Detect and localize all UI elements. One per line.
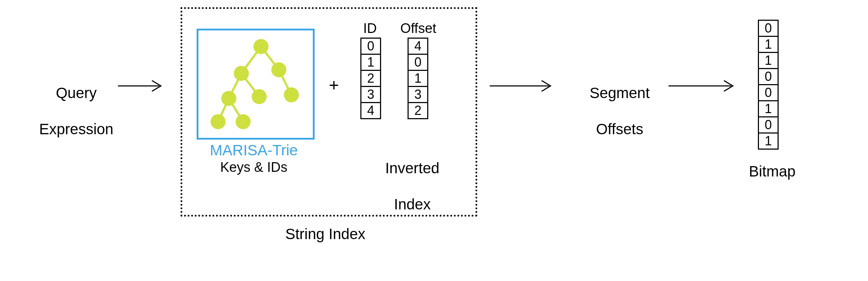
bitmap-cell: 0 [758, 20, 779, 37]
svg-point-8 [255, 40, 267, 53]
svg-point-12 [253, 90, 266, 103]
id-cell: 3 [360, 86, 381, 103]
bitmap-cell: 1 [758, 132, 779, 150]
svg-point-9 [235, 67, 248, 80]
id-column: 0 1 2 3 4 [360, 38, 381, 119]
diagram-canvas: Query Expression [0, 0, 868, 281]
offset-header: Offset [397, 21, 440, 36]
id-cell: 0 [360, 38, 381, 55]
segment-line2: Offsets [596, 121, 643, 137]
offset-column: 4 0 1 3 2 [408, 38, 428, 119]
segment-offsets-label: Segment Offsets [568, 66, 654, 156]
bitmap-caption: Bitmap [744, 163, 801, 180]
string-index-caption: String Index [272, 226, 379, 243]
svg-point-15 [237, 115, 250, 128]
id-cell: 4 [360, 102, 381, 119]
arrow-icon [669, 77, 736, 95]
bitmap-cell: 1 [758, 100, 779, 117]
inverted-line1: Inverted [385, 160, 439, 176]
plus-icon: + [329, 75, 339, 95]
segment-line1: Segment [590, 84, 650, 101]
bitmap-cell: 1 [758, 36, 779, 53]
arrow-icon [118, 77, 164, 95]
keys-ids-label: Keys & IDs [197, 159, 311, 176]
tree-icon [198, 30, 309, 134]
query-expression-label: Query Expression [21, 66, 114, 156]
id-cell: 1 [360, 54, 381, 71]
offset-cell: 4 [408, 38, 428, 55]
svg-point-11 [222, 92, 235, 105]
id-header: ID [357, 21, 383, 36]
bitmap-cell: 0 [758, 84, 779, 101]
marisa-trie-label: MARISA-Trie [197, 141, 311, 159]
bitmap-cell: 0 [758, 68, 779, 85]
bitmap-column: 0 1 1 0 0 1 0 1 [758, 20, 779, 150]
query-line1: Query [56, 84, 97, 101]
offset-cell: 2 [408, 102, 428, 119]
bitmap-cell: 1 [758, 52, 779, 69]
svg-point-10 [272, 63, 285, 76]
offset-cell: 3 [408, 86, 428, 103]
svg-point-14 [212, 115, 225, 128]
query-line2: Expression [39, 121, 113, 137]
inverted-line2: Index [394, 196, 431, 213]
arrow-icon [490, 77, 554, 95]
offset-cell: 1 [408, 70, 428, 87]
bitmap-cell: 0 [758, 116, 779, 134]
inverted-index-label: Inverted Index [357, 141, 450, 232]
offset-cell: 0 [408, 54, 428, 71]
svg-point-13 [285, 88, 298, 101]
marisa-trie-box [197, 29, 315, 140]
id-cell: 2 [360, 70, 381, 87]
